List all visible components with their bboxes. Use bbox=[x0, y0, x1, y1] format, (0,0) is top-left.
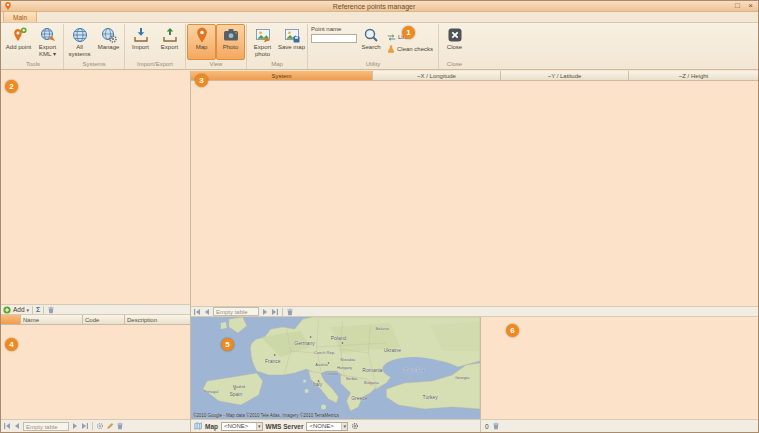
photo-panel[interactable] bbox=[481, 317, 758, 419]
photo-view-button[interactable]: Photo bbox=[216, 24, 245, 60]
groups-toolbar: Add ▾ Σ bbox=[1, 304, 190, 315]
pager-separator bbox=[282, 308, 283, 316]
close-label: Close bbox=[447, 44, 462, 51]
map-settings-icon[interactable] bbox=[351, 422, 359, 430]
next-page-icon[interactable] bbox=[71, 422, 79, 430]
ribbon-group-view: Map Photo View bbox=[186, 24, 247, 69]
ribbon-group-close: Close Close bbox=[439, 24, 470, 69]
import-button[interactable]: Import bbox=[126, 24, 155, 60]
point-name-input[interactable] bbox=[311, 34, 357, 43]
add-dropdown-arrow-icon[interactable]: ▾ bbox=[27, 307, 30, 313]
ribbon-group-systems-label: Systems bbox=[65, 60, 123, 69]
ribbon-group-import-export-body: Import Export bbox=[126, 24, 184, 60]
toolbar-separator bbox=[43, 306, 44, 314]
photo-view-label: Photo bbox=[223, 44, 239, 51]
export-icon bbox=[162, 27, 178, 43]
add-icon[interactable] bbox=[3, 306, 11, 314]
delete-icon[interactable] bbox=[116, 422, 124, 430]
map-label: Portugal bbox=[203, 389, 218, 394]
map-label: Greece bbox=[351, 395, 367, 401]
points-header-description[interactable]: Description bbox=[125, 315, 190, 324]
add-point-button[interactable]: Add point bbox=[4, 24, 33, 60]
bottom-bar: Map <NONE> ▾ WMS Server <NONE> ▾ bbox=[191, 419, 758, 432]
ribbon-group-view-label: View bbox=[187, 60, 245, 69]
tab-main[interactable]: Main bbox=[3, 11, 37, 22]
export-photo-icon bbox=[255, 27, 271, 43]
map-label: Black Sea bbox=[404, 368, 424, 373]
clean-checks-icon bbox=[387, 45, 395, 53]
export-photo-button[interactable]: Export photo bbox=[248, 24, 277, 60]
combo-arrow-icon: ▾ bbox=[341, 423, 347, 430]
ribbon-group-utility: Point name Search bbox=[308, 24, 439, 69]
ribbon-group-utility-body: Point name Search bbox=[309, 24, 437, 60]
map-label: Spain bbox=[229, 391, 242, 397]
points-header-selector[interactable] bbox=[1, 315, 21, 324]
ribbon-group-import-export-label: Import/Export bbox=[126, 60, 184, 69]
map-select[interactable]: <NONE> ▾ bbox=[221, 422, 263, 431]
coordinates-pager-status: Empty table bbox=[213, 307, 259, 316]
points-table-header: Name Code Description bbox=[1, 315, 190, 325]
next-page-icon[interactable] bbox=[261, 308, 269, 316]
points-pager-status: Empty table bbox=[23, 422, 69, 431]
points-table-body[interactable] bbox=[1, 325, 190, 419]
all-systems-label: All systems bbox=[66, 44, 93, 57]
delete-group-icon[interactable] bbox=[47, 306, 55, 314]
search-icon bbox=[363, 27, 379, 43]
export-kml-button[interactable]: Export KML ▾ bbox=[33, 24, 62, 60]
import-label: Import bbox=[132, 44, 149, 51]
ribbon-group-map: Export photo Save map Map bbox=[247, 24, 308, 69]
first-page-icon[interactable] bbox=[193, 308, 201, 316]
coordinates-table-body[interactable] bbox=[191, 81, 758, 306]
groups-tree-panel[interactable] bbox=[1, 71, 190, 304]
points-pager: Empty table bbox=[1, 419, 190, 432]
close-button[interactable]: Close bbox=[440, 24, 469, 60]
save-map-label: Save map bbox=[278, 44, 305, 51]
delete-icon[interactable] bbox=[286, 308, 294, 316]
content: Add ▾ Σ Name Code Description bbox=[1, 71, 758, 432]
map-label: Romania bbox=[362, 367, 382, 373]
add-group-button[interactable]: Add bbox=[13, 306, 25, 313]
close-window-button[interactable]: × bbox=[746, 1, 755, 11]
point-name-field-group: Point name bbox=[309, 24, 359, 60]
annotation-badge: 1 bbox=[402, 26, 415, 39]
wms-select[interactable]: <NONE> ▾ bbox=[306, 422, 348, 431]
delete-photo-icon[interactable] bbox=[492, 422, 500, 430]
export-button[interactable]: Export bbox=[155, 24, 184, 60]
prev-page-icon[interactable] bbox=[203, 308, 211, 316]
sum-button[interactable]: Σ bbox=[36, 305, 40, 314]
annotation-badge: 3 bbox=[195, 74, 208, 87]
points-header-name[interactable]: Name bbox=[21, 315, 83, 324]
header-y-latitude[interactable]: ~Y / Latitude bbox=[501, 71, 629, 80]
points-header-code[interactable]: Code bbox=[83, 315, 125, 324]
header-system[interactable]: System bbox=[191, 71, 373, 80]
ribbon-group-view-body: Map Photo bbox=[187, 24, 245, 60]
last-page-icon[interactable] bbox=[271, 308, 279, 316]
clean-checks-label: Clean checks bbox=[397, 46, 433, 52]
map-settings-bar: Map <NONE> ▾ WMS Server <NONE> ▾ bbox=[191, 420, 481, 432]
header-z-height[interactable]: ~Z / Height bbox=[629, 71, 758, 80]
header-x-longitude[interactable]: ~X / Longitude bbox=[373, 71, 501, 80]
restore-button[interactable]: □ bbox=[733, 1, 742, 11]
photo-status-bar: 0 bbox=[481, 422, 504, 430]
prev-page-icon[interactable] bbox=[13, 422, 21, 430]
ribbon: Add point Export KML ▾ Tools bbox=[1, 23, 758, 70]
toolbar-separator bbox=[32, 306, 33, 314]
annotation-badge: 5 bbox=[221, 338, 234, 351]
photo-count: 0 bbox=[485, 423, 489, 430]
add-point-label: Add point bbox=[6, 44, 31, 51]
save-map-button[interactable]: Save map bbox=[277, 24, 306, 60]
search-button[interactable]: Search bbox=[359, 24, 383, 60]
ribbon-group-utility-label: Utility bbox=[309, 60, 437, 69]
map-view-button[interactable]: Map bbox=[187, 24, 216, 60]
clean-checks-button[interactable]: Clean checks bbox=[385, 43, 435, 55]
last-page-icon[interactable] bbox=[81, 422, 89, 430]
ribbon-group-tools-body: Add point Export KML ▾ bbox=[4, 24, 62, 60]
edit-icon[interactable] bbox=[106, 422, 114, 430]
all-systems-button[interactable]: All systems bbox=[65, 24, 94, 60]
first-page-icon[interactable] bbox=[3, 422, 11, 430]
settings-icon[interactable] bbox=[96, 422, 104, 430]
wms-select-value: <NONE> bbox=[307, 423, 341, 429]
annotation-badge: 6 bbox=[506, 324, 519, 337]
manage-systems-button[interactable]: Manage bbox=[94, 24, 123, 60]
map-view[interactable]: GermanyPolandBelarusUkraineCzech Rep.Slo… bbox=[191, 317, 481, 419]
